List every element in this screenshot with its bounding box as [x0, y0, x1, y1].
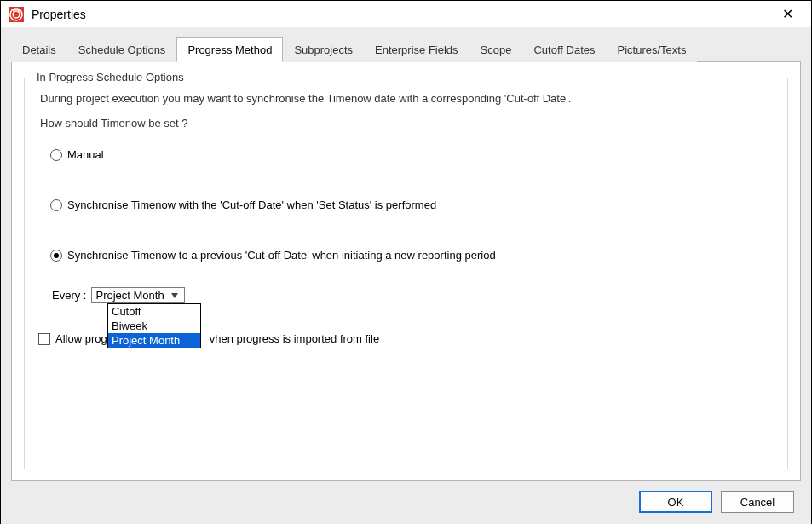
radio-sync-previous-row[interactable]: Synchronise Timenow to a previous 'Cut-o…	[50, 249, 772, 262]
every-dropdown-list: Cutoff Biweek Project Month	[107, 303, 201, 348]
every-row: Every : Project Month Cutoff Biweek Proj…	[52, 287, 772, 303]
tab-schedule-options[interactable]: Schedule Options	[67, 37, 177, 62]
radio-sync-set-status-row[interactable]: Synchronise Timenow with the 'Cut-off Da…	[50, 199, 772, 211]
tab-details[interactable]: Details	[11, 37, 67, 62]
tab-subprojects[interactable]: Subprojects	[283, 37, 364, 62]
radio-sync-set-status[interactable]	[50, 199, 62, 211]
window-title: Properties	[32, 8, 770, 21]
client-area: Details Schedule Options Progress Method…	[1, 28, 811, 524]
app-icon	[8, 6, 25, 23]
allow-progress-import-label-before: Allow prog	[55, 332, 107, 345]
intro-text: During project execution you may want to…	[40, 92, 772, 105]
radio-manual-label: Manual	[67, 148, 104, 161]
radio-sync-previous[interactable]	[50, 250, 62, 262]
dialog-footer: OK Cancel	[11, 481, 801, 523]
chevron-down-icon	[169, 293, 181, 298]
close-button[interactable]: ✕	[770, 1, 804, 28]
cancel-button[interactable]: Cancel	[721, 491, 794, 513]
tab-scope[interactable]: Scope	[469, 37, 523, 62]
ok-button[interactable]: OK	[639, 491, 712, 513]
tab-cutoff-dates[interactable]: Cutoff Dates	[522, 37, 606, 62]
tab-progress-method[interactable]: Progress Method	[176, 37, 283, 62]
allow-progress-import-label-after: vhen progress is imported from file	[210, 332, 379, 345]
allow-progress-import-checkbox[interactable]	[38, 333, 50, 345]
every-combobox-value: Project Month	[95, 289, 169, 302]
titlebar: Properties ✕	[1, 1, 811, 28]
every-option-biweek[interactable]: Biweek	[108, 319, 200, 333]
group-title: In Progress Schedule Options	[33, 71, 187, 83]
tabstrip: Details Schedule Options Progress Method…	[11, 37, 801, 61]
properties-dialog: Properties ✕ Details Schedule Options Pr…	[0, 0, 812, 524]
every-option-project-month[interactable]: Project Month	[108, 333, 200, 348]
radio-manual[interactable]	[50, 149, 62, 161]
every-label: Every :	[52, 289, 86, 302]
group-in-progress-schedule-options: In Progress Schedule Options During proj…	[24, 78, 788, 469]
radio-sync-set-status-label: Synchronise Timenow with the 'Cut-off Da…	[67, 199, 436, 211]
every-option-cutoff[interactable]: Cutoff	[108, 304, 200, 319]
radio-manual-row[interactable]: Manual	[50, 148, 772, 161]
tab-enterprise-fields[interactable]: Enterprise Fields	[364, 37, 469, 62]
tab-pictures-texts[interactable]: Pictures/Texts	[606, 37, 697, 62]
radio-sync-previous-label: Synchronise Timenow to a previous 'Cut-o…	[67, 249, 496, 262]
close-icon: ✕	[782, 6, 793, 22]
tabpage-progress-method: In Progress Schedule Options During proj…	[11, 61, 801, 481]
every-combobox[interactable]: Project Month	[91, 287, 185, 303]
question-text: How should Timenow be set ?	[40, 117, 772, 130]
